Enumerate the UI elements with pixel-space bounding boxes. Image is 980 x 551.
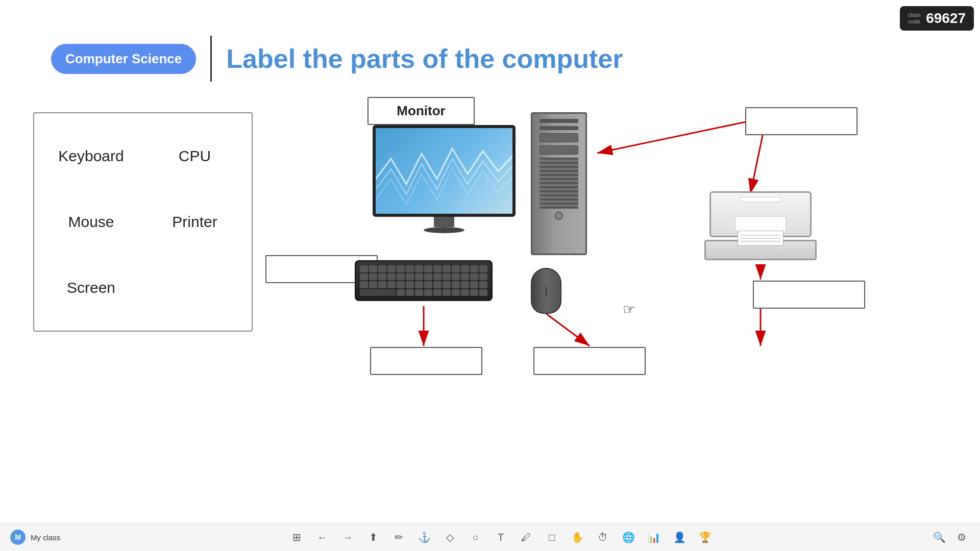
cpu-slot-1 [540,119,578,123]
toolbar-right: 🔍 ⚙ [931,529,970,545]
toolbar-grid-icon[interactable]: ⊞ [288,529,305,545]
toolbar-person-icon[interactable]: 👤 [671,529,688,545]
mouse-image [531,268,561,314]
toolbar-clock-icon[interactable]: ⏱ [595,529,611,545]
toolbar-search-right-icon[interactable]: 🔍 [931,529,947,545]
class-code-label: classcode [908,12,921,25]
toolbar-globe-icon[interactable]: 🌐 [620,529,636,545]
toolbar-cursor-icon[interactable]: ⬆ [365,529,381,545]
subject-badge: Computer Science [51,44,196,74]
toolbar-pen-icon[interactable]: ✏ [390,529,407,545]
monitor-base [424,227,464,233]
toolbar-left: M My class [10,530,60,545]
class-code-box: classcode 69627 [900,6,974,31]
header-divider [210,36,212,82]
label-box-printer[interactable] [753,281,865,309]
toolbar-chart-icon[interactable]: 📊 [646,529,662,545]
toolbar-lasso-icon[interactable]: ⚓ [416,529,432,545]
word-mouse[interactable]: Mouse [39,189,143,255]
monitor-stand [434,217,454,227]
mouse-line [546,287,547,297]
label-box-keyboard-bottom[interactable] [370,347,482,375]
toolbar-center: ⊞ ← → ⬆ ✏ ⚓ ◇ ○ T 🖊 □ ✋ ⏱ 🌐 📊 👤 🏆 [70,529,931,545]
class-code-value: 69627 [926,10,966,27]
word-screen[interactable]: Screen [39,255,143,320]
label-box-mouse-bottom[interactable] [533,347,646,375]
my-class-label: My class [31,533,60,542]
word-printer[interactable]: Printer [143,189,247,255]
toolbar: M My class ⊞ ← → ⬆ ✏ ⚓ ◇ ○ T 🖊 □ ✋ ⏱ 🌐 📊… [0,523,980,551]
label-box-monitor[interactable]: Monitor [368,97,475,125]
word-bank: Keyboard CPU Mouse Printer Screen [33,112,253,332]
header: Computer Science Label the parts of the … [51,36,623,82]
cpu-drive-2 [540,145,578,155]
printer-paper [738,231,783,246]
word-keyboard[interactable]: Keyboard [39,123,143,189]
cpu-button [555,212,563,220]
cpu-grid [540,158,578,209]
svg-line-6 [546,314,590,346]
mouse-body [531,268,561,314]
toolbar-settings-icon[interactable]: ⚙ [953,529,970,545]
toolbar-trophy-icon[interactable]: 🏆 [697,529,713,545]
cpu-slot-2 [540,126,578,130]
toolbar-back-icon[interactable]: ← [314,529,330,545]
svg-line-3 [597,121,750,153]
toolbar-highlight-icon[interactable]: 🖊 [518,529,534,545]
label-box-cpu[interactable] [745,107,857,135]
printer-image [704,191,817,273]
diagram-area: Monitor [260,92,954,408]
cpu-drive-1 [540,133,578,142]
cursor: ☞ [623,301,635,318]
toolbar-hand-icon[interactable]: ✋ [569,529,585,545]
cpu-tower-image [531,112,587,255]
keyboard-image [355,260,493,301]
toolbar-text-icon[interactable]: T [493,529,509,545]
word-cpu[interactable]: CPU [143,123,247,189]
toolbar-eraser-icon[interactable]: ◇ [442,529,458,545]
toolbar-shapes-icon[interactable]: □ [544,529,560,545]
toolbar-forward-icon[interactable]: → [339,529,356,545]
printer-slot-bottom [735,216,786,232]
my-class-icon: M [10,530,26,545]
printer-body [709,191,812,237]
toolbar-circle-eraser-icon[interactable]: ○ [467,529,483,545]
printer-slot-top [740,197,781,202]
header-title: Label the parts of the computer [226,43,623,74]
monitor-screen [373,125,516,217]
monitor-image [373,125,516,233]
